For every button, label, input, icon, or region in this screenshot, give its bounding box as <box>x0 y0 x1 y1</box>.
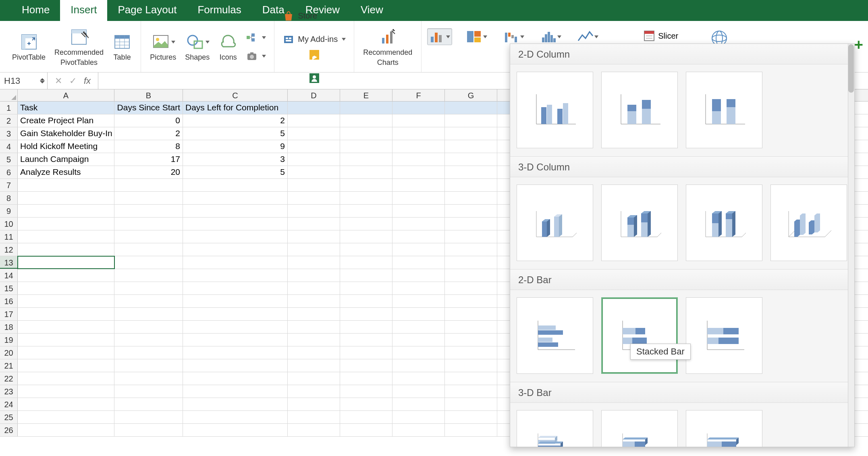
cell[interactable] <box>183 243 288 256</box>
cell[interactable] <box>445 282 497 294</box>
cell[interactable] <box>445 372 497 385</box>
cell[interactable] <box>288 372 340 385</box>
row-header[interactable]: 9 <box>0 205 18 217</box>
cell[interactable] <box>114 359 183 372</box>
row-header[interactable]: 3 <box>0 127 18 140</box>
cell[interactable] <box>392 205 445 217</box>
cell[interactable]: 2 <box>183 114 288 127</box>
cell[interactable] <box>445 127 497 140</box>
cell[interactable] <box>340 230 392 243</box>
cell[interactable] <box>18 282 114 294</box>
cell[interactable] <box>183 424 288 436</box>
cell[interactable]: Days Since Start <box>114 102 183 114</box>
cell[interactable] <box>392 127 445 140</box>
row-header[interactable]: 7 <box>0 179 18 191</box>
row-header[interactable]: 15 <box>0 282 18 294</box>
cell[interactable] <box>114 218 183 230</box>
column-bar-chart-button[interactable] <box>427 28 452 45</box>
cell[interactable]: 2 <box>114 127 183 140</box>
cell[interactable] <box>340 192 392 204</box>
cell[interactable] <box>340 398 392 410</box>
cell[interactable] <box>392 321 445 333</box>
cell[interactable] <box>183 282 288 294</box>
cell[interactable] <box>288 295 340 307</box>
cell[interactable] <box>340 205 392 217</box>
col-header-E[interactable]: E <box>340 89 392 101</box>
cell[interactable] <box>183 411 288 423</box>
cell[interactable]: Hold Kickoff Meeting <box>18 140 114 153</box>
cell[interactable] <box>445 243 497 256</box>
cell[interactable] <box>340 269 392 282</box>
row-header[interactable]: 12 <box>0 243 18 256</box>
cell[interactable] <box>445 102 497 114</box>
cell[interactable] <box>392 218 445 230</box>
cell[interactable] <box>340 166 392 178</box>
cell[interactable] <box>18 346 114 359</box>
3d-clustered-column-thumb[interactable] <box>517 184 593 261</box>
cell[interactable] <box>288 205 340 217</box>
col-header-C[interactable]: C <box>183 89 288 101</box>
cell[interactable] <box>114 385 183 398</box>
cell[interactable] <box>288 334 340 346</box>
cell[interactable] <box>340 218 392 230</box>
cell[interactable] <box>114 192 183 204</box>
cell[interactable] <box>340 114 392 127</box>
cell[interactable] <box>183 295 288 307</box>
cell[interactable] <box>18 385 114 398</box>
cell[interactable] <box>288 192 340 204</box>
cell[interactable] <box>445 192 497 204</box>
my-addins-button[interactable]: My Add-ins <box>280 32 348 47</box>
row-header[interactable]: 21 <box>0 359 18 372</box>
cell[interactable] <box>288 102 340 114</box>
cell[interactable] <box>114 424 183 436</box>
select-all-corner[interactable] <box>0 89 18 101</box>
cell[interactable] <box>288 269 340 282</box>
cell[interactable] <box>18 295 114 307</box>
cell[interactable] <box>340 127 392 140</box>
cell[interactable] <box>18 398 114 410</box>
cell[interactable] <box>340 359 392 372</box>
cell[interactable] <box>340 424 392 436</box>
cell[interactable] <box>183 256 288 269</box>
cell[interactable] <box>392 308 445 320</box>
cell[interactable] <box>114 398 183 410</box>
cell[interactable] <box>340 372 392 385</box>
cell[interactable]: 17 <box>114 153 183 166</box>
cell[interactable] <box>392 256 445 269</box>
cell[interactable] <box>445 218 497 230</box>
col-header-F[interactable]: F <box>392 89 445 101</box>
name-box[interactable]: H13 <box>0 73 48 89</box>
row-header[interactable]: 23 <box>0 385 18 398</box>
row-header[interactable]: 2 <box>0 114 18 127</box>
stacked-column-thumb[interactable] <box>601 72 678 148</box>
cell[interactable] <box>340 102 392 114</box>
cell[interactable] <box>288 321 340 333</box>
cell[interactable] <box>288 411 340 423</box>
cell[interactable] <box>340 346 392 359</box>
cell[interactable] <box>445 153 497 166</box>
cell[interactable] <box>183 269 288 282</box>
cell[interactable] <box>183 321 288 333</box>
cell[interactable] <box>340 153 392 166</box>
pivottable-button[interactable]: PivotTable <box>9 31 49 63</box>
cell[interactable] <box>288 114 340 127</box>
statistic-chart-button[interactable] <box>538 28 563 45</box>
cell[interactable] <box>183 334 288 346</box>
cell[interactable]: 8 <box>114 140 183 153</box>
row-header[interactable]: 8 <box>0 192 18 204</box>
cell[interactable] <box>114 230 183 243</box>
cell[interactable] <box>183 218 288 230</box>
cell[interactable]: 0 <box>114 114 183 127</box>
cell[interactable] <box>445 166 497 178</box>
cell[interactable] <box>114 372 183 385</box>
row-header[interactable]: 14 <box>0 269 18 282</box>
cell[interactable] <box>340 308 392 320</box>
100-stacked-bar-thumb[interactable] <box>686 297 762 374</box>
cell[interactable] <box>340 282 392 294</box>
tab-view[interactable]: View <box>350 0 394 21</box>
cell[interactable] <box>340 256 392 269</box>
people-graph-button[interactable] <box>306 70 323 86</box>
row-header[interactable]: 16 <box>0 295 18 307</box>
cell[interactable] <box>288 346 340 359</box>
store-button[interactable]: Store <box>280 8 348 24</box>
